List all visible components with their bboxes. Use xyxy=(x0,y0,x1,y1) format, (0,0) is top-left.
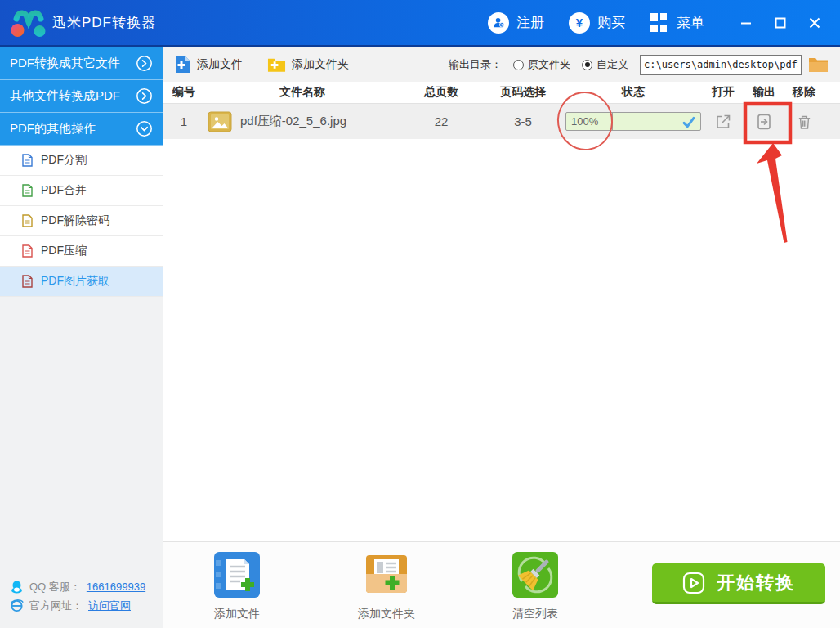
site-label: 官方网址： xyxy=(29,599,83,613)
remove-file-button[interactable] xyxy=(784,113,824,131)
file-table-header: 编号 文件名称 总页数 页码选择 状态 打开 输出 移除 xyxy=(163,82,840,104)
col-total-pages: 总页数 xyxy=(400,85,482,100)
qq-label: QQ 客服： xyxy=(29,580,81,594)
register-label: 注册 xyxy=(516,13,544,32)
contact-block: QQ 客服： 1661699939 官方网址： 访问官网 xyxy=(10,577,145,615)
output-arrow-icon xyxy=(755,113,773,131)
add-folder-big-icon xyxy=(364,552,409,598)
col-status: 状态 xyxy=(564,85,703,100)
official-site-link[interactable]: 访问官网 xyxy=(88,599,131,613)
sidebar-group-pdf-other-ops[interactable]: PDF的其他操作 xyxy=(0,113,163,146)
output-path-input[interactable] xyxy=(640,55,802,75)
minimize-button[interactable] xyxy=(729,7,763,39)
sidebar: PDF转换成其它文件 其他文件转换成PDF PDF的其他操作 PDF分割 PDF… xyxy=(0,47,163,628)
footer-clear-list-button[interactable]: 清空列表 xyxy=(498,552,573,621)
chevron-right-circle-icon xyxy=(136,55,153,72)
col-page-selection: 页码选择 xyxy=(482,85,564,100)
chevron-right-circle-icon xyxy=(136,87,153,105)
sidebar-item-pdf-compress[interactable]: PDF压缩 xyxy=(0,236,163,267)
buy-button[interactable]: ¥ 购买 xyxy=(569,12,625,34)
radio-custom-label[interactable]: 自定义 xyxy=(596,57,628,72)
progress-bar: 100% xyxy=(565,112,701,131)
add-file-big-icon xyxy=(214,552,260,598)
annotation-arrow xyxy=(757,143,788,243)
folder-icon xyxy=(808,56,829,73)
row-index: 1 xyxy=(163,114,204,128)
progress-percent: 100% xyxy=(566,115,598,128)
add-file-icon xyxy=(175,56,191,74)
image-file-icon xyxy=(208,111,232,132)
add-folder-icon xyxy=(267,56,286,73)
output-dir-label: 输出目录： xyxy=(449,57,502,72)
pdf-doc-icon xyxy=(21,275,34,288)
pdf-doc-icon xyxy=(21,244,34,258)
radio-original-folder[interactable] xyxy=(513,60,524,70)
sidebar-group-other-to-pdf[interactable]: 其他文件转换成PDF xyxy=(0,80,163,113)
sidebar-item-pdf-remove-password[interactable]: PDF解除密码 xyxy=(0,206,163,236)
col-filename: 文件名称 xyxy=(204,85,400,100)
start-convert-button[interactable]: 开始转换 xyxy=(652,563,825,604)
menu-grid-icon xyxy=(650,13,669,33)
col-output: 输出 xyxy=(744,85,784,100)
external-link-icon xyxy=(714,113,732,131)
pdf-doc-icon xyxy=(21,214,34,227)
buy-label: 购买 xyxy=(597,13,625,32)
register-user-icon xyxy=(488,12,509,34)
qq-icon xyxy=(10,580,24,594)
radio-original-label[interactable]: 原文件夹 xyxy=(528,57,570,72)
col-index: 编号 xyxy=(163,85,204,100)
add-folder-button[interactable]: 添加文件夹 xyxy=(267,56,349,73)
footer-add-file-button[interactable]: 添加文件 xyxy=(199,552,275,621)
titlebar: 迅米PDF转换器 注册 ¥ 购买 菜单 xyxy=(0,0,840,47)
trash-icon xyxy=(796,113,813,131)
menu-label: 菜单 xyxy=(677,13,704,32)
browse-folder-button[interactable] xyxy=(808,56,829,73)
play-icon xyxy=(682,572,705,594)
register-button[interactable]: 注册 xyxy=(488,12,544,34)
open-file-button[interactable] xyxy=(703,113,744,131)
output-file-button[interactable] xyxy=(744,113,784,131)
app-title: 迅米PDF转换器 xyxy=(52,13,156,32)
sidebar-group-pdf-to-other[interactable]: PDF转换成其它文件 xyxy=(0,47,163,80)
pdf-doc-icon xyxy=(21,184,34,197)
add-file-button[interactable]: 添加文件 xyxy=(175,56,243,74)
ie-icon xyxy=(10,599,24,612)
page-selection-value: 3-5 xyxy=(482,114,564,128)
app-logo-icon xyxy=(10,4,47,42)
menu-button[interactable]: 菜单 xyxy=(650,13,704,33)
filename-text: pdf压缩-02_5_6.jpg xyxy=(240,114,346,129)
app-window: 迅米PDF转换器 注册 ¥ 购买 菜单 xyxy=(0,0,840,628)
total-pages-value: 22 xyxy=(400,114,482,128)
yen-icon: ¥ xyxy=(569,12,590,34)
pdf-doc-icon xyxy=(21,154,34,167)
footer-panel: 添加文件 添加文件夹 清空列表 开始转换 xyxy=(163,541,840,628)
toolbar: 添加文件 添加文件夹 输出目录： 原文件夹 自定义 xyxy=(163,47,840,82)
done-check-icon xyxy=(681,115,696,129)
col-open: 打开 xyxy=(703,85,744,100)
qq-number-link[interactable]: 1661699939 xyxy=(87,581,145,593)
radio-custom[interactable] xyxy=(582,60,592,70)
close-button[interactable] xyxy=(798,7,832,39)
table-row[interactable]: 1 pdf压缩-02_5_6.jpg 22 3-5 100% xyxy=(163,104,840,139)
col-remove: 移除 xyxy=(784,85,824,100)
clear-list-big-icon xyxy=(512,552,558,598)
maximize-button[interactable] xyxy=(763,7,798,39)
sidebar-item-pdf-image-extract[interactable]: PDF图片获取 xyxy=(0,267,163,297)
sidebar-item-pdf-merge[interactable]: PDF合并 xyxy=(0,176,163,206)
sidebar-item-pdf-split[interactable]: PDF分割 xyxy=(0,146,163,176)
chevron-down-circle-icon xyxy=(136,120,153,137)
sidebar-sublist: PDF分割 PDF合并 PDF解除密码 PDF压缩 PDF图片获取 xyxy=(0,146,163,297)
footer-add-folder-button[interactable]: 添加文件夹 xyxy=(349,552,424,621)
